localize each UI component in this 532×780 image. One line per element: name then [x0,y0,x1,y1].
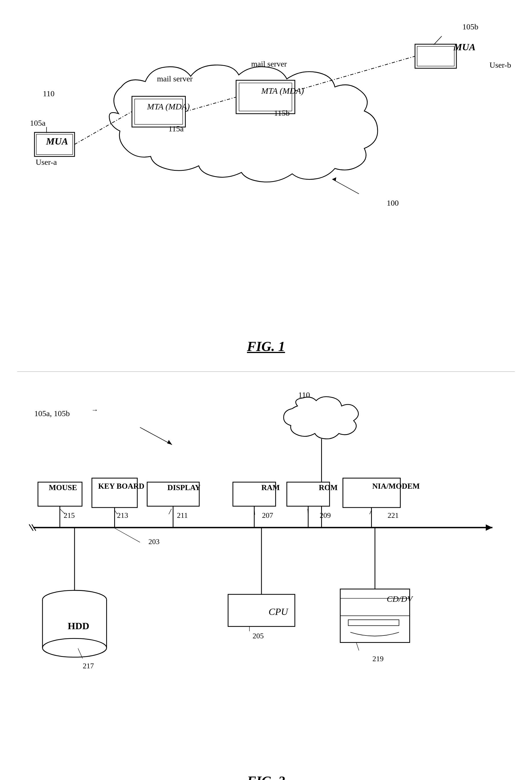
mail-server-b-label: mail server [251,59,287,68]
mua-b-box: MUA [442,34,487,60]
svg-line-13 [434,36,442,45]
svg-marker-12 [332,177,336,181]
cloud-fig2 [284,397,359,439]
svg-line-8 [74,112,132,145]
ref-105a: 105a [30,118,45,128]
cpu-label: CPU [243,595,314,629]
ref-100: 100 [387,198,399,208]
mua-a-box: MUA [36,129,78,154]
ref-211: 211 [177,511,188,520]
rom-label: ROM [305,475,351,500]
svg-line-51 [115,528,140,542]
ref-203: 203 [148,538,160,546]
ref-217: 217 [83,662,94,670]
ref-110: 110 [43,89,55,98]
svg-marker-17 [486,524,492,531]
svg-line-47 [169,509,171,515]
ref-213: 213 [117,511,128,520]
ref-209: 209 [320,511,331,520]
svg-marker-44 [167,440,172,445]
main-cloud [109,65,378,182]
ref-105ab: 105a, 105b [34,409,70,418]
ref-115b: 115b [274,108,290,118]
fig1-diagram: MUA MTA (MDA) MTA (MDA) MUA mail server … [17,17,515,360]
nia-label: NIA/MODEM [365,471,427,502]
mta-b-label: MTA (MDA) [261,85,304,96]
ref-215: 215 [64,511,75,520]
svg-point-32 [43,638,107,657]
ram-label: RAM [248,475,294,500]
svg-line-43 [140,427,172,445]
ref-115a: 115a [168,124,183,133]
ref-221: 221 [387,511,399,520]
divider [17,371,515,372]
svg-line-11 [332,179,359,194]
ref-110-fig2: 110 [298,390,310,400]
svg-line-54 [356,642,359,650]
mta-a-label: MTA (MDA) [147,101,190,112]
user-a-label: User-a [36,158,57,167]
mta-b-box: MTA (MDA) [251,73,314,108]
fig2-label: FIG. 2 [247,773,285,780]
fig1-label: FIG. 1 [247,338,285,354]
fig2-diagram: 105a, 105b → 110 MOUSE KEY BOARD DISPLAY… [17,383,515,780]
ref-105b: 105b [462,22,478,32]
hdd-label: HDD [44,612,113,640]
mouse-label: MOUSE [39,475,87,500]
display-label: DISPLAY [156,475,212,500]
cd-label: CD/DV [363,589,437,609]
ref-205: 205 [253,632,264,640]
user-b-label: User-b [489,60,511,70]
mail-server-a-label: mail server [157,74,193,83]
mta-a-box: MTA (MDA) [140,90,197,123]
ref-207: 207 [262,511,273,520]
ref-219: 219 [372,654,384,663]
svg-rect-40 [348,620,399,626]
keyboard-label: KEY BOARD [97,471,146,502]
